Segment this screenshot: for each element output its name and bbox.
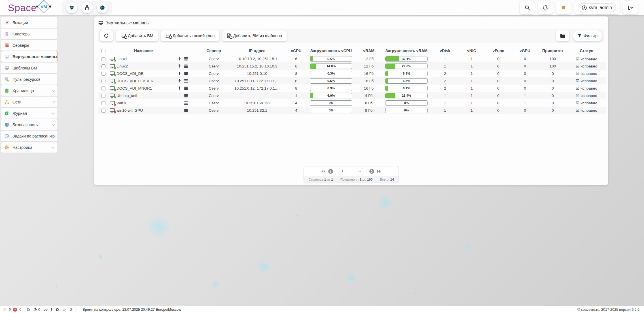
table-row[interactable]: DOCS_VDI_LEADERCserv10.251.0.11, 172.17.… [98, 77, 606, 84]
sidebar-item-location[interactable]: Локации [1, 17, 58, 28]
dark-mode-button[interactable] [538, 1, 553, 14]
user-menu-button[interactable]: svm_admin [574, 1, 620, 14]
add-vm-button[interactable]: Добавить ВМ [116, 30, 158, 41]
error-count: 0 [19, 308, 21, 312]
page-select[interactable]: 1 [339, 168, 363, 175]
server-cell[interactable]: Cserv [200, 77, 228, 84]
vram-cell: 12 Гб [356, 62, 381, 70]
vm-name-link[interactable]: DOCS_VDI_MNGR1 [116, 86, 152, 90]
logout-button[interactable] [623, 1, 638, 14]
vm-name-link[interactable]: Linux1 [116, 57, 128, 61]
col-vfunc[interactable]: vFunc [485, 47, 512, 55]
priority-cell: 0 [538, 77, 567, 84]
prev-page-button[interactable]: ❮ [328, 169, 333, 174]
sidebar-item-clock[interactable]: Задачи по расписанию [1, 130, 58, 141]
first-page-button[interactable] [321, 170, 325, 173]
refresh-button[interactable] [99, 30, 113, 41]
folder-view-button[interactable] [556, 30, 569, 41]
web-console-button[interactable] [97, 2, 108, 13]
vm-name-link[interactable]: DOCS_VDI_LEADER [116, 79, 154, 83]
table-row[interactable]: Win10Cserv10.251.150.13240%8 Гб0%11010☑и… [98, 99, 606, 107]
row-checkbox[interactable] [101, 72, 105, 76]
col-status[interactable]: Статус [567, 47, 606, 55]
warning-icon[interactable]: ⚠ [3, 307, 7, 312]
double-check-icon[interactable]: ✓✓ [44, 308, 47, 312]
col-vram[interactable]: vRAM [356, 47, 381, 55]
filter-icon [578, 34, 582, 38]
vm-name-link[interactable]: Win10 [116, 101, 127, 105]
row-checkbox[interactable] [101, 79, 105, 83]
sidebar-item-network[interactable]: Сети [1, 96, 58, 107]
app-logo[interactable]: Space VM [8, 1, 48, 14]
col-vnic[interactable]: vNIC [458, 47, 485, 55]
sidebar-item-pools[interactable]: Пулы ресурсов [1, 74, 58, 85]
search-button[interactable] [520, 1, 535, 14]
row-checkbox[interactable] [101, 101, 105, 105]
add-vm-from-template-button[interactable]: Добавить ВМ из шаблона [222, 30, 287, 41]
table-row[interactable]: win10-withGPUCserv10.251.32.140%8 Гб0%11… [98, 107, 606, 114]
server-icon [184, 57, 199, 61]
sidebar-item-journal[interactable]: Журнал [1, 108, 58, 119]
gavel-icon[interactable] [33, 308, 37, 311]
table-row[interactable]: Linux1Cserv10.10.10.2, 10.251.15.166.5%1… [98, 55, 606, 62]
sidebar-item-monitor-blue[interactable]: Виртуальные машины [1, 51, 58, 62]
sidebar-item-monitor-gray[interactable]: Шаблоны ВМ [1, 62, 58, 73]
sidebar-item-shield[interactable]: Безопасность [1, 119, 58, 130]
server-cell[interactable]: Cserv [200, 62, 228, 70]
health-monitor-button[interactable] [66, 2, 77, 13]
server-cell[interactable]: Cserv [200, 55, 228, 62]
vdisk-cell: 2 [432, 77, 458, 84]
prohibit-icon[interactable]: ⊘ [69, 308, 73, 312]
status-cell: ☑исправно [567, 70, 606, 77]
filter-button[interactable]: Фильтр [573, 30, 602, 41]
server-cell[interactable]: Cserv [200, 70, 228, 77]
sidebar-item-storage[interactable]: Хранилища [1, 85, 58, 96]
server-cell[interactable]: Cserv [200, 99, 228, 107]
col-ram-load[interactable]: Загруженность vRAM [381, 47, 432, 55]
recycle-icon[interactable]: ♻ [56, 308, 59, 312]
col-vcpu[interactable]: vCPU [287, 47, 306, 55]
star-icon[interactable]: ☆ [62, 308, 66, 312]
sidebar-item-servers[interactable]: Серверы [1, 40, 58, 51]
documentation-button[interactable] [556, 1, 571, 14]
select-all-header[interactable] [98, 47, 109, 55]
vm-name-link[interactable]: Linux2 [116, 64, 128, 68]
power-state-dot [114, 82, 116, 84]
col-vgpu[interactable]: vGPU [512, 47, 538, 55]
vm-name-link[interactable]: DOCS_VDI_DB [116, 71, 143, 76]
server-cell[interactable]: Cserv [200, 84, 228, 92]
exclamation-icon[interactable]: ! [51, 308, 52, 312]
col-vdisk[interactable]: vDisk [432, 47, 458, 55]
error-icon[interactable]: ✕ [13, 308, 17, 312]
next-page-button[interactable]: ❯ [369, 169, 374, 174]
row-checkbox[interactable] [101, 94, 105, 98]
row-checkbox[interactable] [101, 64, 105, 68]
row-checkbox[interactable] [101, 57, 105, 61]
last-page-button[interactable] [377, 170, 381, 173]
table-row[interactable]: DOCS_VDI_MNGR1Cserv10.251.0.12, 172.17.0… [98, 84, 606, 92]
col-name[interactable]: Название [109, 47, 178, 55]
row-checkbox[interactable] [101, 86, 105, 90]
vm-name-link[interactable]: Ubuntu_uefi [116, 94, 137, 98]
server-cell[interactable]: Cserv [200, 92, 228, 99]
add-thin-clone-button[interactable]: Добавить тонкий клон [161, 30, 219, 41]
sidebar-item-building[interactable]: Кластеры [1, 28, 58, 39]
topology-button[interactable] [81, 2, 93, 13]
server-icon [184, 86, 199, 90]
table-row[interactable]: Ubuntu_uefiCserv--16.0%4 Гб23.4%11010☑ис… [98, 92, 606, 99]
col-ip[interactable]: IP-адрес [228, 47, 287, 55]
col-cpu-load[interactable]: Загруженность vCPU [306, 47, 356, 55]
row-checkbox[interactable] [101, 109, 105, 113]
copy-icon[interactable]: ⧉ [27, 308, 30, 312]
select-all-checkbox[interactable] [101, 49, 105, 53]
col-server[interactable]: Сервер [200, 47, 228, 55]
col-priority[interactable]: Приоритет [538, 47, 567, 55]
cpu-load-bar: 0.3% [310, 86, 352, 91]
table-row[interactable]: Linux2Cserv10.251.15.2, 10.10.10.3614.0%… [98, 62, 606, 70]
sidebar-item-gear[interactable]: Настройки [1, 142, 58, 153]
server-cell[interactable]: Cserv [200, 107, 228, 114]
vm-name-link[interactable]: win10-withGPU [116, 108, 143, 113]
page-count-text: Страница 1 из 1 [308, 178, 333, 181]
pagination-info: Страница 1 из 1 Показано от 1 до 100 Все… [304, 176, 399, 183]
table-row[interactable]: DOCS_VDI_DBCserv10.251.0.1080.3%16 Гб6.3… [98, 70, 606, 77]
